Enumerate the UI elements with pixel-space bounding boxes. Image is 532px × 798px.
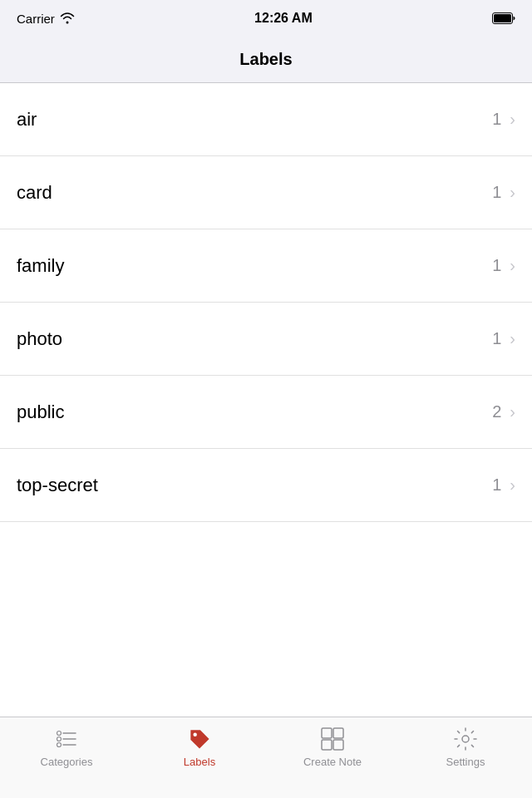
chevron-right-icon: › (510, 475, 515, 495)
svg-rect-1 (494, 14, 511, 22)
list-item-label: family (17, 255, 64, 277)
svg-rect-13 (322, 740, 332, 750)
tab-categories-label: Categories (41, 756, 93, 768)
list-item-count: 1 (492, 329, 501, 348)
page-title: Labels (239, 50, 292, 69)
tab-labels-label: Labels (184, 756, 215, 768)
carrier-label: Carrier (17, 12, 55, 26)
list-item[interactable]: card 1 › (0, 156, 532, 229)
svg-point-4 (57, 732, 62, 736)
list-item[interactable]: top-secret 1 › (0, 449, 532, 522)
nav-bar: Labels (0, 37, 532, 83)
list-item-count: 2 (492, 402, 501, 421)
settings-icon (452, 726, 479, 752)
tab-labels[interactable]: Labels (141, 726, 258, 768)
svg-point-6 (57, 737, 62, 741)
tab-categories[interactable]: Categories (8, 726, 125, 768)
list-item-right: 1 › (492, 475, 515, 495)
list-item-count: 1 (492, 256, 501, 275)
chevron-right-icon: › (510, 329, 515, 348)
list-item[interactable]: family 1 › (0, 229, 532, 303)
list-item-right: 1 › (492, 256, 515, 275)
svg-point-15 (462, 736, 469, 742)
status-bar: Carrier 12:26 AM (0, 0, 532, 37)
svg-point-8 (57, 743, 62, 747)
list-item-label: photo (17, 328, 62, 350)
tab-settings[interactable]: Settings (407, 726, 524, 768)
tab-create-note[interactable]: Create Note (274, 726, 391, 768)
labels-icon (186, 726, 213, 752)
status-carrier: Carrier (17, 12, 75, 26)
tab-settings-label: Settings (446, 756, 485, 768)
list-item[interactable]: photo 1 › (0, 303, 532, 376)
battery-icon (492, 12, 515, 24)
list-item-right: 2 › (492, 402, 515, 421)
svg-point-10 (193, 732, 196, 736)
tab-bar: Categories Labels Create Note (0, 717, 532, 798)
list-item-count: 1 (492, 183, 501, 202)
list-item-right: 1 › (492, 110, 515, 129)
chevron-right-icon: › (510, 256, 515, 275)
list-item-right: 1 › (492, 183, 515, 202)
wifi-icon (60, 12, 75, 24)
categories-icon (53, 726, 80, 752)
tab-create-note-label: Create Note (303, 756, 362, 768)
chevron-right-icon: › (510, 402, 515, 421)
status-time: 12:26 AM (254, 11, 313, 26)
svg-rect-14 (333, 740, 343, 750)
svg-rect-12 (333, 728, 343, 738)
list-item-label: public (17, 401, 64, 423)
labels-list: air 1 › card 1 › family 1 › photo 1 › pu… (0, 83, 532, 717)
chevron-right-icon: › (510, 110, 515, 129)
list-item-count: 1 (492, 475, 501, 495)
list-item-label: card (17, 182, 52, 204)
list-item-right: 1 › (492, 329, 515, 348)
list-item-label: air (17, 109, 37, 131)
list-item-count: 1 (492, 110, 501, 129)
list-item[interactable]: air 1 › (0, 83, 532, 156)
list-item-label: top-secret (17, 475, 98, 496)
list-item[interactable]: public 2 › (0, 376, 532, 449)
create-note-icon (319, 726, 346, 752)
chevron-right-icon: › (510, 183, 515, 202)
svg-rect-11 (322, 728, 332, 738)
